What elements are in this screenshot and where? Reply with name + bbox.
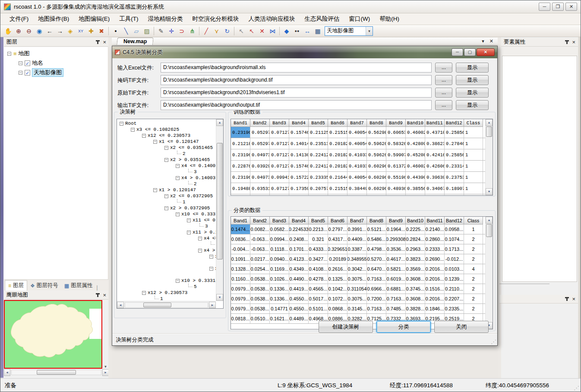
column-header-Band5[interactable]: Band5 (309, 217, 328, 224)
tree-expand-icon[interactable]: − (209, 255, 213, 259)
table-cell[interactable]: 0.7163... (386, 294, 406, 303)
tree-node[interactable]: −x4 > 0.1552 (117, 247, 216, 253)
layer-item-label-selected[interactable]: 天地影像图 (32, 68, 63, 77)
scroll-left-icon[interactable]: ◄ (4, 369, 10, 376)
table-cell[interactable]: 1 (464, 194, 483, 195)
table-cell[interactable]: 0.3075... (347, 294, 367, 303)
table-cell[interactable]: 1 (464, 161, 483, 171)
table-cell[interactable]: 0.157464 (289, 127, 309, 138)
table-cell[interactable]: 0.215159 (328, 127, 347, 138)
dock-tab-图层[interactable]: ≡图层 (5, 280, 27, 291)
column-header-Class[interactable]: Class (464, 119, 483, 127)
column-header-Band7[interactable]: Band7 (347, 119, 367, 127)
invert-selection-icon[interactable]: ⋈ (268, 26, 277, 36)
table-cell[interactable]: 0.1160... (231, 274, 250, 284)
classification-data-grid[interactable]: Band1Band2Band3Band4Band5Band6Band7Band8… (231, 216, 493, 329)
table-cell[interactable]: 0.0582... (270, 224, 289, 234)
tree-node[interactable]: 5 (117, 284, 216, 290)
tree-node[interactable]: 3 (117, 169, 216, 175)
table-cell[interactable]: 2 (464, 304, 483, 313)
table-cell[interactable]: 0.2225... (406, 224, 425, 234)
table-cell[interactable]: 0.141309 (289, 149, 309, 160)
column-header-Band9[interactable]: Band9 (386, 217, 406, 224)
table-cell[interactable]: 0.443909 (406, 194, 425, 195)
tree-node[interactable]: −x3 <= 0.1082625 (117, 126, 216, 133)
table-cell[interactable]: 0.049735 (250, 172, 270, 183)
column-header-Band11[interactable]: Band11 (425, 119, 445, 127)
menu-item-4[interactable]: 湿地精细分类 (143, 13, 188, 25)
table-cell[interactable]: 0.606532 (386, 127, 406, 138)
table-cell[interactable]: 0.410334 (347, 194, 367, 195)
column-header-Band2[interactable]: Band2 (250, 119, 270, 127)
table-cell[interactable]: 0.3745... (406, 284, 425, 294)
table-cell[interactable]: 0.5121... (367, 224, 386, 234)
table-cell[interactable]: 0.410334 (347, 149, 367, 160)
table-cell[interactable]: 0.0538... (250, 304, 270, 313)
edit-sketch-icon[interactable]: ▨ (142, 26, 152, 36)
close-icon[interactable]: × (572, 40, 575, 45)
column-header-Band9[interactable]: Band9 (386, 119, 406, 127)
table-cell[interactable]: 0.1026... (270, 274, 289, 284)
table-cell[interactable]: 0.2824... (406, 234, 425, 244)
table-cell[interactable]: 0.1072... (328, 294, 347, 303)
table-cell[interactable]: 0.0538... (250, 284, 270, 294)
table-cell[interactable]: 0.035317 (250, 194, 270, 195)
table-cell[interactable]: 0.6966... (367, 284, 386, 294)
table-cell[interactable]: 0.0818... (231, 314, 250, 323)
tree-node[interactable]: −x2 <= 0.0372905 (117, 193, 216, 199)
table-cell[interactable]: 0.1846... (425, 304, 445, 313)
table-cell[interactable]: 0.035317 (250, 183, 270, 194)
table-cell[interactable]: 0.583266 (386, 138, 406, 149)
classify-button[interactable]: 分类 (376, 321, 431, 333)
scroll-left-icon[interactable]: ◄ (117, 302, 124, 308)
table-cell[interactable]: 1 (464, 224, 483, 234)
column-header-Band6[interactable]: Band6 (328, 119, 347, 127)
table-cell[interactable]: 0.2207... (445, 294, 464, 303)
table-cell[interactable]: 0.460028 (406, 127, 425, 138)
tree-node[interactable]: −x4 > 0.1400395 (117, 175, 216, 181)
point-tool-icon[interactable]: • (111, 26, 120, 36)
dialog-close-button[interactable]: ✕ (477, 48, 495, 56)
browse-button-3[interactable]: ... (435, 100, 452, 110)
menu-item-9[interactable]: 帮助(H) (375, 13, 404, 25)
zoom-in-icon[interactable]: ⊕ (14, 26, 23, 36)
table-cell[interactable]: 0.602967 (367, 194, 386, 195)
table-cell[interactable]: 0.321 (309, 234, 328, 244)
table-cell[interactable]: 0.1474... (231, 224, 250, 234)
table-cell[interactable]: 0.224533 (289, 224, 309, 234)
table-cell[interactable]: 0.2110... (445, 284, 464, 294)
tree-node[interactable]: 5 (117, 272, 216, 278)
table-cell[interactable]: 0.233355 (309, 172, 328, 183)
table-cell[interactable]: 0.071272 (270, 138, 289, 149)
clear-selection-icon[interactable]: ✕ (257, 26, 267, 36)
delete-feature-icon[interactable]: ✖ (97, 26, 106, 36)
table-cell[interactable]: 0.228762 (231, 161, 250, 171)
tree-expand-icon[interactable]: − (164, 206, 168, 210)
table-cell[interactable]: 0.278466 (445, 138, 464, 149)
table-cell[interactable]: 0.3427... (309, 254, 328, 264)
menu-item-5[interactable]: 时空演化分析模块 (188, 13, 244, 25)
table-cell[interactable]: 0.410334 (347, 161, 367, 171)
tree-node[interactable]: −x1 <= 0.120147 (117, 139, 216, 145)
table-cell[interactable]: 0.428095 (406, 138, 425, 149)
table-cell[interactable]: 0.4550... (289, 304, 309, 313)
snap-magnet-icon[interactable]: ⊃ (177, 26, 186, 36)
menu-item-1[interactable]: 地图操作(B) (33, 13, 74, 25)
table-cell[interactable]: 0.258563 (445, 149, 464, 160)
tree-expand-icon[interactable]: − (198, 237, 202, 240)
table-cell[interactable]: 0.2408... (289, 234, 309, 244)
tree-expand-icon[interactable]: − (187, 231, 191, 234)
table-cell[interactable]: 0.194885 (231, 183, 250, 194)
table-cell[interactable]: 0.216443 (328, 172, 347, 183)
scroll-up-icon[interactable]: ▲ (486, 217, 493, 224)
expand-box-icon[interactable]: − (19, 61, 22, 65)
table-cell[interactable]: 0.1239... (445, 274, 464, 284)
table-cell[interactable]: 0.329651 (328, 244, 347, 254)
table-cell[interactable]: 0.426068 (425, 161, 445, 171)
tree-node[interactable]: 3 (117, 241, 216, 247)
table-cell[interactable]: 0.099415 (270, 172, 289, 183)
layer-root-label[interactable]: 地图 (19, 50, 30, 57)
move-feature-icon[interactable]: ✛ (167, 26, 176, 36)
table-cell[interactable]: -0.012... (445, 254, 464, 264)
table-cell[interactable]: 0.385563 (406, 183, 425, 194)
